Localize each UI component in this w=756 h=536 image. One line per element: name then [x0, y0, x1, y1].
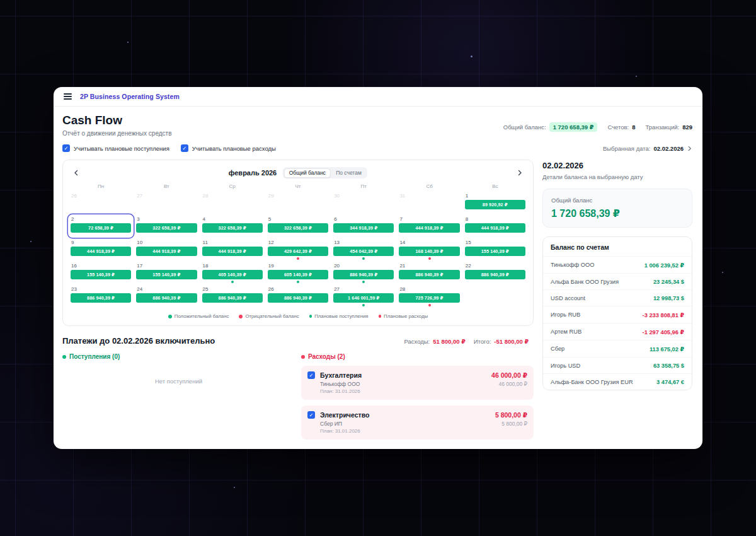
calendar-day-21[interactable]: 21886 940,39 ₽ — [396, 261, 462, 284]
day-number: 25 — [203, 286, 265, 292]
toggle-total-balance[interactable]: Общий баланс — [284, 168, 331, 178]
planned-expense-filter[interactable]: ✓ Учитывать плановые расходы — [181, 144, 276, 152]
calendar-day-18[interactable]: 18405 140,39 ₽ — [200, 261, 265, 284]
day-balance-pill[interactable]: 444 918,39 ₽ — [202, 247, 263, 256]
calendar-day-3[interactable]: 3322 658,39 ₽ — [134, 214, 199, 238]
day-number: 26 — [268, 286, 331, 292]
calendar-day-22[interactable]: 22886 940,39 ₽ — [462, 261, 528, 284]
day-balance-pill[interactable]: 886 940,39 ₽ — [202, 293, 263, 303]
day-number: 7 — [399, 216, 462, 222]
calendar-day-31[interactable]: 31 — [396, 191, 462, 214]
expense-plan-amount: 5 800,00 ₽ — [495, 421, 527, 427]
day-balance-pill[interactable]: 322 658,39 ₽ — [136, 223, 197, 233]
calendar-day-26[interactable]: 26886 940,39 ₽ — [265, 284, 331, 308]
expense-checkbox[interactable]: ✓ — [307, 411, 315, 419]
calendar-day-7[interactable]: 7444 918,39 ₽ — [396, 214, 462, 238]
day-balance-pill[interactable]: 886 940,39 ₽ — [136, 293, 197, 303]
day-balance-pill[interactable]: 454 042,39 ₽ — [333, 247, 394, 256]
day-balance-pill[interactable]: 444 918,39 ₽ — [71, 247, 131, 256]
planned-expense-checkbox[interactable]: ✓ — [181, 144, 188, 152]
calendar-day-12[interactable]: 12429 642,39 ₽ — [265, 238, 331, 261]
day-balance-pill[interactable]: 1 646 001,59 ₽ — [333, 293, 394, 303]
calendar-grid: 262728293031189 920,92 ₽272 658,39 ₽3322… — [68, 191, 528, 308]
calendar-day-30[interactable]: 30 — [331, 191, 396, 214]
account-row[interactable]: Тинькофф ООО1 006 239,52 ₽ — [543, 256, 692, 273]
calendar-day-15[interactable]: 15155 140,39 ₽ — [462, 238, 528, 261]
planned-expense-filter-label: Учитывать плановые расходы — [192, 145, 276, 152]
expense-item[interactable]: ✓БухгалтерияТинькофф ОООПлан: 31.01.2026… — [301, 366, 534, 400]
calendar-day-11[interactable]: 11444 918,39 ₽ — [200, 238, 265, 261]
calendar-day-8[interactable]: 8444 918,39 ₽ — [462, 214, 528, 238]
total-summary-value: -51 800,00 ₽ — [494, 338, 529, 345]
day-balance-pill[interactable]: 886 940,39 ₽ — [465, 270, 525, 279]
selected-date-picker[interactable]: Выбранная дата: 02.02.2026 — [603, 145, 692, 152]
calendar-day-25[interactable]: 25886 940,39 ₽ — [200, 284, 265, 308]
planned-income-filter[interactable]: ✓ Учитывать плановые поступления — [62, 144, 169, 152]
calendar-day-4[interactable]: 4322 658,39 ₽ — [200, 214, 265, 238]
account-row[interactable]: Альфа-Банк ООО Грузия EUR3 474,67 € — [543, 373, 692, 390]
day-balance-pill[interactable]: 155 140,39 ₽ — [71, 270, 131, 279]
account-row[interactable]: Альфа Банк ООО Грузия23 245,34 $ — [543, 273, 692, 289]
account-row[interactable]: Сбер113 675,02 ₽ — [543, 340, 692, 357]
day-balance-pill[interactable]: 322 658,39 ₽ — [202, 223, 263, 233]
day-balance-pill[interactable]: 168 140,39 ₽ — [399, 247, 459, 256]
expenses-header-label: Расходы (2) — [308, 353, 345, 360]
day-balance-pill[interactable]: 405 140,39 ₽ — [202, 270, 263, 279]
day-balance-pill[interactable]: 886 940,39 ₽ — [333, 270, 394, 279]
expense-checkbox[interactable]: ✓ — [307, 371, 315, 379]
page-title: Cash Flow — [62, 114, 171, 127]
payments-columns: Поступления (0) Нет поступлений Расходы … — [62, 353, 534, 440]
day-balance-pill[interactable]: 886 940,39 ₽ — [268, 293, 328, 303]
menu-icon[interactable] — [62, 92, 73, 101]
calendar-day-29[interactable]: 29 — [265, 191, 331, 214]
calendar-day-9[interactable]: 9444 918,39 ₽ — [68, 238, 134, 261]
calendar-day-13[interactable]: 13454 042,39 ₽ — [331, 238, 396, 261]
day-balance-pill[interactable]: 89 920,92 ₽ — [465, 200, 525, 209]
calendar-day-16[interactable]: 16155 140,39 ₽ — [68, 261, 134, 284]
day-balance-pill[interactable]: 605 140,39 ₽ — [268, 270, 328, 279]
day-balance-pill[interactable]: 429 642,39 ₽ — [268, 247, 328, 256]
day-balance-pill[interactable]: 444 918,39 ₽ — [465, 223, 525, 233]
calendar-day-5[interactable]: 5322 658,39 ₽ — [265, 214, 331, 238]
legend-label: Плановые поступления — [314, 313, 368, 319]
toggle-by-accounts[interactable]: По счетам — [331, 168, 367, 178]
day-number: 6 — [334, 216, 396, 222]
account-row[interactable]: Игорь USD63 358,75 $ — [543, 357, 692, 373]
prev-month-button[interactable] — [68, 167, 84, 178]
stat-transactions-count: Транзакций: 829 — [646, 124, 692, 131]
day-balance-pill[interactable]: 444 918,39 ₽ — [399, 223, 459, 233]
calendar-view-toggle: Общий баланс По счетам — [283, 167, 367, 178]
calendar-day-27[interactable]: 27 — [134, 191, 199, 214]
day-balance-pill[interactable]: 155 140,39 ₽ — [136, 270, 197, 279]
calendar-day-1[interactable]: 189 920,92 ₽ — [462, 191, 528, 214]
day-balance-pill[interactable]: 886 940,39 ₽ — [399, 270, 459, 279]
calendar-day-27[interactable]: 271 646 001,59 ₽ — [331, 284, 396, 308]
calendar-day-10[interactable]: 10444 918,39 ₽ — [134, 238, 199, 261]
day-balance-pill[interactable]: 444 918,39 ₽ — [136, 247, 197, 256]
calendar-day-23[interactable]: 23886 940,39 ₽ — [68, 284, 134, 308]
planned-income-filter-label: Учитывать плановые поступления — [74, 145, 169, 152]
account-row[interactable]: Артем RUB-1 297 405,96 ₽ — [543, 323, 692, 340]
calendar-day-20[interactable]: 20886 940,39 ₽ — [331, 261, 396, 284]
day-balance-pill[interactable]: 72 658,39 ₽ — [71, 223, 131, 233]
day-balance-pill[interactable]: 886 940,39 ₽ — [71, 293, 131, 303]
calendar-day-17[interactable]: 17155 140,39 ₽ — [134, 261, 199, 284]
calendar-day-2[interactable]: 272 658,39 ₽ — [68, 214, 134, 238]
calendar-day-19[interactable]: 19605 140,39 ₽ — [265, 261, 331, 284]
calendar-day-28[interactable]: 28725 726,99 ₽ — [396, 284, 462, 308]
next-month-button[interactable] — [512, 167, 528, 178]
planned-expense-dot — [428, 304, 431, 306]
day-balance-pill[interactable]: 725 726,99 ₽ — [399, 293, 459, 303]
calendar-day-6[interactable]: 6344 918,39 ₽ — [331, 214, 396, 238]
calendar-day-14[interactable]: 14168 140,39 ₽ — [396, 238, 462, 261]
expense-item[interactable]: ✓ЭлектричествоСбер ИППлан: 31.01.20265 8… — [301, 405, 534, 440]
planned-income-checkbox[interactable]: ✓ — [62, 144, 70, 152]
calendar-day-28[interactable]: 28 — [200, 191, 265, 214]
calendar-day-26[interactable]: 26 — [68, 191, 134, 214]
account-row[interactable]: Игорь RUB-3 233 808,81 ₽ — [543, 306, 692, 323]
day-balance-pill[interactable]: 344 918,39 ₽ — [333, 223, 394, 233]
account-row[interactable]: USD account12 998,73 $ — [543, 289, 692, 306]
day-balance-pill[interactable]: 322 658,39 ₽ — [268, 223, 328, 233]
day-balance-pill[interactable]: 155 140,39 ₽ — [465, 247, 525, 256]
calendar-day-24[interactable]: 24886 940,39 ₽ — [134, 284, 199, 308]
